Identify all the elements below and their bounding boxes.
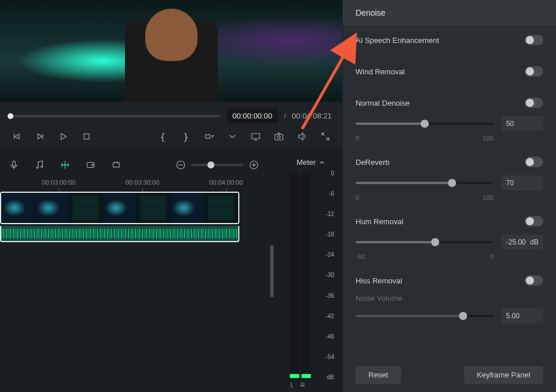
svg-line-9 [327,138,329,141]
clip-thumbnail [205,193,238,223]
chevron-up-icon [320,160,324,165]
zoom-in-button[interactable] [248,159,260,171]
normal-denoise-toggle[interactable] [525,98,543,108]
svg-line-8 [322,133,325,136]
svg-rect-10 [13,161,16,166]
time-separator: / [284,112,286,120]
dereverb-toggle[interactable] [525,157,543,167]
reset-button[interactable]: Reset [356,366,401,384]
hum-removal-toggle[interactable] [525,216,543,226]
audio-meter: 0 -6 -12 -18 -24 -30 -36 -42 -48 -54 dB [284,170,336,380]
fit-icon[interactable] [110,159,122,171]
meter-label[interactable]: Meter [284,158,336,167]
hum-removal-value[interactable]: -25.00dB [501,235,543,250]
slider-min: 0 [356,194,359,201]
wind-removal-label: Wind Removal [356,67,405,76]
svg-rect-2 [84,134,89,139]
fullscreen-button[interactable] [319,130,332,143]
clip-thumbnail [35,193,69,223]
slider-min: 0 [356,135,359,142]
prev-frame-button[interactable] [10,130,23,143]
slider-min: -60 [356,253,365,260]
step-forward-button[interactable] [34,130,46,143]
slider-thumb[interactable] [421,120,429,128]
scrub-thumb[interactable] [8,113,13,119]
volume-button[interactable] [296,130,309,143]
audio-track[interactable] [0,226,239,242]
slider-thumb[interactable] [431,238,439,246]
music-note-icon[interactable] [34,159,45,171]
ruler-mark: 00:03:30:00 [125,179,159,186]
hum-removal-label: Hum Removal [356,217,403,226]
meter-bar-r [302,172,311,378]
dereverb-slider[interactable] [356,182,493,184]
video-preview[interactable] [0,0,342,102]
clip-thumbnail [137,193,170,223]
hiss-removal-value[interactable]: 5.00 [501,308,543,323]
zoom-out-button[interactable] [175,159,186,171]
current-time: 00:00:00:00 [227,109,278,123]
svg-rect-4 [252,134,260,139]
mark-in-button[interactable]: { [156,130,169,143]
keyframe-panel-button[interactable]: Keyframe Panel [464,366,544,384]
clip-thumbnail [69,193,103,223]
slider-thumb[interactable] [459,312,467,320]
dereverb-label: DeReverb [356,158,390,167]
adjust-icon[interactable] [85,159,96,171]
svg-point-7 [278,136,281,139]
zoom-slider[interactable] [191,164,243,166]
denoise-header[interactable]: Denoise [343,0,556,26]
meter-channels: L R [290,382,336,389]
noise-volume-label: Noise Volume [356,294,543,303]
snapshot-button[interactable] [272,130,285,143]
play-button[interactable] [57,130,70,143]
meter-label-text: Meter [296,158,315,167]
clip-thumbnail [1,193,35,223]
hiss-removal-slider[interactable] [356,315,493,317]
display-button[interactable] [249,130,262,143]
normal-denoise-slider[interactable] [356,123,493,125]
clip-thumbnail [103,193,137,223]
ai-speech-label: AI Speech Enhancement [356,36,439,45]
mark-out-button[interactable]: } [180,130,192,143]
hiss-removal-label: Hiss Removal [356,276,402,285]
slider-max: 100 [483,194,493,201]
svg-rect-3 [206,135,210,138]
ai-speech-toggle[interactable] [525,35,543,45]
audio-waveform [1,229,238,238]
normal-denoise-value[interactable]: 50 [501,116,543,131]
hiss-removal-toggle[interactable] [525,275,543,286]
ruler-mark: 00:04:00:00 [209,179,243,186]
marker-icon[interactable] [59,159,71,171]
video-clip[interactable] [0,192,239,224]
wind-removal-toggle[interactable] [525,66,543,77]
clip-thumbnail [170,193,204,223]
svg-rect-20 [113,163,120,167]
mic-icon[interactable] [8,159,20,171]
ruler-mark: 00:03:00:00 [42,179,76,186]
chevron-down-icon[interactable] [226,130,239,143]
scrub-track[interactable] [10,115,221,117]
timeline-ruler[interactable]: 00:03:00:00 00:03:30:00 00:04:00:00 [0,175,268,192]
playback-bar: 00:00:00:00 / 00:04:08:21 { } [0,102,342,150]
svg-point-19 [92,164,94,166]
meter-bar-l [290,172,299,378]
preview-figure [113,0,229,102]
normal-denoise-label: Normal Denoise [356,99,410,107]
duration: 00:04:08:21 [292,109,332,123]
video-track[interactable] [0,192,268,224]
hum-removal-slider[interactable] [356,241,493,243]
stop-button[interactable] [80,130,93,143]
slider-max: 0 [490,253,493,260]
meter-scale: 0 -6 -12 -18 -24 -30 -36 -42 -48 -54 dB [315,170,336,380]
svg-point-12 [37,167,38,168]
svg-point-13 [41,166,42,168]
slider-max: 100 [483,135,493,142]
zoom-thumb[interactable] [207,161,214,168]
scrollbar-handle[interactable] [270,245,274,297]
svg-rect-6 [275,134,283,140]
slider-thumb[interactable] [448,179,456,187]
aspect-menu-button[interactable] [203,130,216,143]
dereverb-value[interactable]: 70 [501,175,543,190]
